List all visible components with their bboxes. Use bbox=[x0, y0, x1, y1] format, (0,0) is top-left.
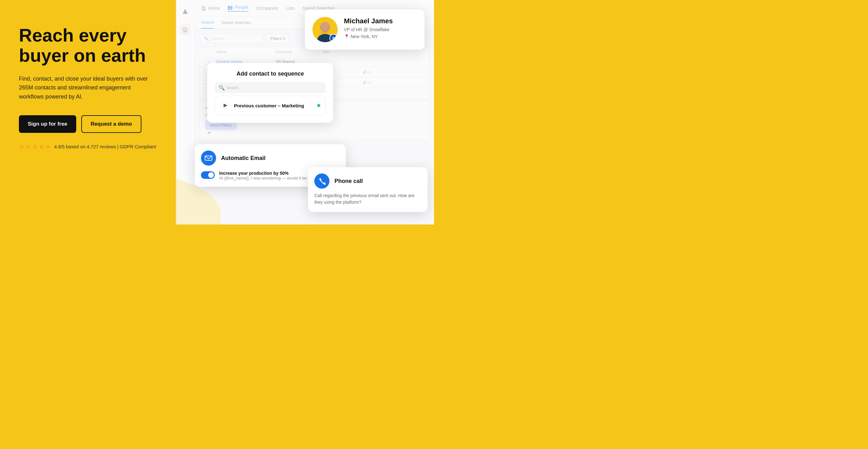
phone-card: Phone call Call regarding the previous e… bbox=[308, 167, 428, 212]
star-3: ★ bbox=[32, 143, 38, 151]
hero-section: Reach every buyer on earth Find, contact… bbox=[0, 0, 176, 224]
star-4: ★ bbox=[39, 143, 44, 151]
rating-row: ★ ★ ★ ★ ★ 4.8/5 based on 4,727 reviews |… bbox=[19, 143, 164, 151]
sequence-play-icon bbox=[220, 100, 230, 110]
hero-title: Reach every buyer on earth bbox=[19, 25, 164, 65]
profile-info: Michael James VP of HR @ Snowflake 📍 New… bbox=[344, 17, 393, 39]
profile-card: ❄ Michael James VP of HR @ Snowflake 📍 N… bbox=[305, 9, 425, 50]
phone-card-header: Phone call bbox=[314, 173, 422, 189]
profile-location: 📍 New York, NY bbox=[344, 34, 393, 39]
location-icon: 📍 bbox=[344, 34, 349, 39]
phone-description: Call regarding the previous email sent o… bbox=[314, 192, 422, 205]
email-card-title: Automatic Email bbox=[221, 155, 266, 162]
sequence-item[interactable]: Previous customer – Marketing bbox=[215, 96, 326, 115]
svg-rect-5 bbox=[321, 32, 329, 33]
phone-card-title: Phone call bbox=[335, 178, 363, 185]
phone-icon bbox=[314, 173, 330, 189]
location-text: New York, NY bbox=[350, 34, 378, 39]
email-toggle[interactable] bbox=[201, 171, 215, 179]
hero-subtitle: Find, contact, and close your ideal buye… bbox=[19, 74, 151, 101]
email-card-header: Automatic Email bbox=[201, 151, 340, 166]
sequence-search-row: 🔍 Search... bbox=[215, 82, 326, 93]
sequence-search-placeholder: Search... bbox=[226, 86, 241, 90]
svg-marker-6 bbox=[224, 104, 227, 107]
demo-button[interactable]: Request a demo bbox=[81, 115, 142, 133]
rating-text: 4.8/5 based on 4,727 reviews | GDPR Comp… bbox=[54, 144, 156, 149]
email-icon bbox=[201, 151, 216, 166]
star-2: ★ bbox=[26, 143, 31, 151]
active-indicator bbox=[317, 104, 320, 107]
star-1: ★ bbox=[19, 143, 25, 151]
snowflake-icon: ❄ bbox=[332, 36, 335, 41]
sequence-card: Add contact to sequence 🔍 Search... Prev… bbox=[207, 63, 333, 123]
star-rating: ★ ★ ★ ★ ★ bbox=[19, 143, 51, 151]
snowflake-badge: ❄ bbox=[330, 34, 338, 42]
star-5: ★ bbox=[45, 143, 51, 151]
signup-button[interactable]: Sign up for free bbox=[19, 115, 76, 133]
cta-buttons: Sign up for free Request a demo bbox=[19, 115, 164, 133]
search-icon: 🔍 bbox=[219, 85, 225, 91]
svg-point-4 bbox=[321, 22, 330, 31]
profile-name: Michael James bbox=[344, 17, 393, 25]
avatar: ❄ bbox=[312, 17, 338, 42]
profile-title: VP of HR @ Snowflake bbox=[344, 27, 393, 32]
app-preview: 🏠 🏠 Home 👥 People Companies Lists Saved … bbox=[176, 0, 434, 224]
sequence-heading: Add contact to sequence bbox=[215, 70, 326, 77]
sequence-name: Previous customer – Marketing bbox=[234, 103, 313, 108]
